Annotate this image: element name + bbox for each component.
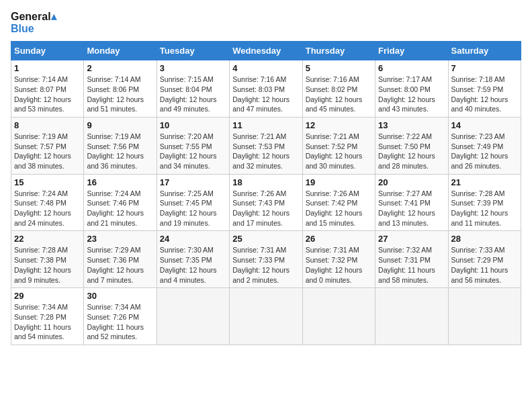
day-info: Sunrise: 7:17 AMSunset: 8:00 PMDaylight:… <box>378 75 435 113</box>
day-number: 20 <box>378 177 445 187</box>
day-number: 27 <box>378 234 445 244</box>
day-number: 29 <box>14 291 81 301</box>
day-info: Sunrise: 7:18 AMSunset: 7:59 PMDaylight:… <box>451 75 508 113</box>
day-info: Sunrise: 7:20 AMSunset: 7:55 PMDaylight:… <box>160 132 217 170</box>
day-number: 9 <box>87 120 153 130</box>
day-number: 11 <box>232 120 299 130</box>
day-number: 8 <box>14 120 81 130</box>
day-info: Sunrise: 7:24 AMSunset: 7:46 PMDaylight:… <box>87 189 144 227</box>
header-friday: Friday <box>375 42 448 60</box>
day-cell-18: 18Sunrise: 7:26 AMSunset: 7:43 PMDayligh… <box>230 174 302 231</box>
day-cell-17: 17Sunrise: 7:25 AMSunset: 7:45 PMDayligh… <box>157 174 229 231</box>
day-cell-4: 4Sunrise: 7:16 AMSunset: 8:03 PMDaylight… <box>230 60 302 118</box>
day-number: 12 <box>306 120 372 130</box>
day-cell-23: 23Sunrise: 7:29 AMSunset: 7:36 PMDayligh… <box>84 231 157 288</box>
empty-cell <box>230 288 302 345</box>
day-info: Sunrise: 7:22 AMSunset: 7:50 PMDaylight:… <box>378 132 435 170</box>
day-number: 2 <box>87 63 153 73</box>
weekday-header-row: Sunday Monday Tuesday Wednesday Thursday… <box>11 42 521 60</box>
day-cell-24: 24Sunrise: 7:30 AMSunset: 7:35 PMDayligh… <box>157 231 229 288</box>
day-info: Sunrise: 7:19 AMSunset: 7:56 PMDaylight:… <box>87 132 144 170</box>
day-cell-29: 29Sunrise: 7:34 AMSunset: 7:28 PMDayligh… <box>11 288 84 345</box>
day-info: Sunrise: 7:16 AMSunset: 8:03 PMDaylight:… <box>232 75 290 113</box>
day-number: 16 <box>87 177 153 187</box>
day-info: Sunrise: 7:16 AMSunset: 8:02 PMDaylight:… <box>306 75 363 113</box>
page-header: General▴ Blue <box>11 11 521 34</box>
logo-blue: Blue <box>11 23 56 35</box>
day-number: 19 <box>306 177 372 187</box>
logo-container: General▴ Blue <box>11 11 56 34</box>
day-cell-21: 21Sunrise: 7:28 AMSunset: 7:39 PMDayligh… <box>448 174 521 231</box>
day-info: Sunrise: 7:26 AMSunset: 7:43 PMDaylight:… <box>232 189 290 227</box>
day-cell-6: 6Sunrise: 7:17 AMSunset: 8:00 PMDaylight… <box>375 60 448 118</box>
day-info: Sunrise: 7:14 AMSunset: 8:06 PMDaylight:… <box>87 75 144 113</box>
day-cell-28: 28Sunrise: 7:33 AMSunset: 7:29 PMDayligh… <box>448 231 521 288</box>
day-number: 17 <box>160 177 226 187</box>
empty-cell <box>157 288 229 345</box>
header-tuesday: Tuesday <box>157 42 229 60</box>
day-info: Sunrise: 7:33 AMSunset: 7:29 PMDaylight:… <box>451 246 508 283</box>
day-number: 22 <box>14 234 81 244</box>
day-info: Sunrise: 7:29 AMSunset: 7:36 PMDaylight:… <box>87 246 144 283</box>
day-cell-22: 22Sunrise: 7:28 AMSunset: 7:38 PMDayligh… <box>11 231 84 288</box>
header-wednesday: Wednesday <box>230 42 302 60</box>
header-thursday: Thursday <box>302 42 375 60</box>
day-cell-16: 16Sunrise: 7:24 AMSunset: 7:46 PMDayligh… <box>84 174 157 231</box>
day-number: 6 <box>378 63 445 73</box>
day-number: 18 <box>232 177 299 187</box>
day-cell-20: 20Sunrise: 7:27 AMSunset: 7:41 PMDayligh… <box>375 174 448 231</box>
day-info: Sunrise: 7:26 AMSunset: 7:42 PMDaylight:… <box>306 189 363 227</box>
day-info: Sunrise: 7:25 AMSunset: 7:45 PMDaylight:… <box>160 189 217 227</box>
day-cell-10: 10Sunrise: 7:20 AMSunset: 7:55 PMDayligh… <box>157 117 229 174</box>
day-number: 7 <box>451 63 518 73</box>
day-cell-13: 13Sunrise: 7:22 AMSunset: 7:50 PMDayligh… <box>375 117 448 174</box>
day-number: 25 <box>232 234 299 244</box>
day-number: 26 <box>306 234 372 244</box>
day-number: 23 <box>87 234 153 244</box>
day-cell-12: 12Sunrise: 7:21 AMSunset: 7:52 PMDayligh… <box>302 117 375 174</box>
day-info: Sunrise: 7:15 AMSunset: 8:04 PMDaylight:… <box>160 75 217 113</box>
day-number: 28 <box>451 234 518 244</box>
logo-general: General▴ <box>11 11 56 23</box>
calendar-week-row: 1Sunrise: 7:14 AMSunset: 8:07 PMDaylight… <box>11 60 521 118</box>
day-number: 5 <box>306 63 372 73</box>
day-cell-11: 11Sunrise: 7:21 AMSunset: 7:53 PMDayligh… <box>230 117 302 174</box>
empty-cell <box>302 288 375 345</box>
day-cell-8: 8Sunrise: 7:19 AMSunset: 7:57 PMDaylight… <box>11 117 84 174</box>
day-cell-19: 19Sunrise: 7:26 AMSunset: 7:42 PMDayligh… <box>302 174 375 231</box>
day-info: Sunrise: 7:31 AMSunset: 7:32 PMDaylight:… <box>306 246 363 283</box>
day-number: 1 <box>14 63 81 73</box>
day-info: Sunrise: 7:34 AMSunset: 7:28 PMDaylight:… <box>14 303 71 340</box>
calendar-week-row: 29Sunrise: 7:34 AMSunset: 7:28 PMDayligh… <box>11 288 521 345</box>
logo: General▴ Blue <box>11 11 56 34</box>
day-number: 10 <box>160 120 226 130</box>
day-info: Sunrise: 7:14 AMSunset: 8:07 PMDaylight:… <box>14 75 71 113</box>
calendar-week-row: 22Sunrise: 7:28 AMSunset: 7:38 PMDayligh… <box>11 231 521 288</box>
day-cell-7: 7Sunrise: 7:18 AMSunset: 7:59 PMDaylight… <box>448 60 521 118</box>
day-cell-14: 14Sunrise: 7:23 AMSunset: 7:49 PMDayligh… <box>448 117 521 174</box>
day-cell-3: 3Sunrise: 7:15 AMSunset: 8:04 PMDaylight… <box>157 60 229 118</box>
day-cell-15: 15Sunrise: 7:24 AMSunset: 7:48 PMDayligh… <box>11 174 84 231</box>
day-number: 14 <box>451 120 518 130</box>
header-saturday: Saturday <box>448 42 521 60</box>
calendar-table: Sunday Monday Tuesday Wednesday Thursday… <box>11 41 521 345</box>
day-info: Sunrise: 7:30 AMSunset: 7:35 PMDaylight:… <box>160 246 217 283</box>
day-info: Sunrise: 7:28 AMSunset: 7:39 PMDaylight:… <box>451 189 508 227</box>
day-info: Sunrise: 7:23 AMSunset: 7:49 PMDaylight:… <box>451 132 508 170</box>
header-sunday: Sunday <box>11 42 84 60</box>
day-number: 21 <box>451 177 518 187</box>
day-cell-1: 1Sunrise: 7:14 AMSunset: 8:07 PMDaylight… <box>11 60 84 118</box>
day-number: 13 <box>378 120 445 130</box>
day-info: Sunrise: 7:32 AMSunset: 7:31 PMDaylight:… <box>378 246 435 283</box>
day-info: Sunrise: 7:27 AMSunset: 7:41 PMDaylight:… <box>378 189 435 227</box>
day-info: Sunrise: 7:19 AMSunset: 7:57 PMDaylight:… <box>14 132 71 170</box>
day-cell-2: 2Sunrise: 7:14 AMSunset: 8:06 PMDaylight… <box>84 60 157 118</box>
day-info: Sunrise: 7:31 AMSunset: 7:33 PMDaylight:… <box>232 246 290 283</box>
header-monday: Monday <box>84 42 157 60</box>
day-cell-5: 5Sunrise: 7:16 AMSunset: 8:02 PMDaylight… <box>302 60 375 118</box>
day-number: 24 <box>160 234 226 244</box>
day-info: Sunrise: 7:34 AMSunset: 7:26 PMDaylight:… <box>87 303 144 340</box>
day-number: 4 <box>232 63 299 73</box>
day-info: Sunrise: 7:21 AMSunset: 7:52 PMDaylight:… <box>306 132 363 170</box>
day-info: Sunrise: 7:28 AMSunset: 7:38 PMDaylight:… <box>14 246 71 283</box>
